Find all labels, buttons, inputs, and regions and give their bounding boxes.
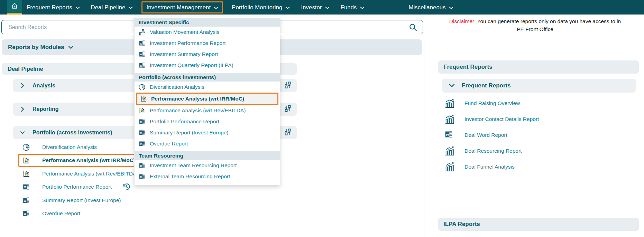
nav-item-label: Portfolio Monitoring <box>232 4 282 11</box>
dropdown-section-header: Investment Specific <box>135 18 280 27</box>
dropdown-menu-item[interactable]: Performance Analysis (wrt IRR/MoC) <box>136 93 278 105</box>
dropdown-menu-item[interactable]: Performance Analysis (wrt Rev/EBITDA) <box>135 105 280 116</box>
scatter-chart-icon <box>21 170 31 178</box>
dropdown-item-label: Performance Analysis (wrt Rev/EBITDA) <box>150 107 246 114</box>
nav-item-investor[interactable]: Investor <box>301 4 329 11</box>
report-link[interactable]: Diversification Analysis <box>42 144 97 150</box>
history-icon[interactable] <box>122 182 131 192</box>
dropdown-item-label: Investment Team Resourcing Report <box>150 162 237 169</box>
excel-icon: x <box>138 140 146 147</box>
waterfall-chart-icon <box>138 28 146 36</box>
report-link[interactable]: Summary Report (Invest Europe) <box>42 197 121 203</box>
report-link[interactable]: Fund Raising Overview <box>464 100 520 106</box>
excel-icon: x <box>138 173 146 180</box>
pie-chart-icon <box>138 83 146 91</box>
report-link[interactable]: Deal Resourcing Report <box>464 148 522 154</box>
scatter-chart-icon <box>138 107 146 114</box>
svg-text:x: x <box>140 120 142 124</box>
nav-item-label: Frequent Reports <box>27 4 72 11</box>
nav-item-miscellaneous[interactable]: Miscellaneous <box>409 4 453 11</box>
nav-item-funds[interactable]: Funds <box>341 4 365 11</box>
nav-item-portfolio-monitoring[interactable]: Portfolio Monitoring <box>232 4 290 11</box>
dropdown-menu-item[interactable]: xInvestment Team Resourcing Report <box>135 160 280 171</box>
chevron-down-icon <box>449 4 453 11</box>
frequent-reports-accordion[interactable]: Frequent Reports <box>442 79 636 93</box>
chevron-down-icon <box>325 4 330 11</box>
disclaimer-label: Disclaimer: <box>449 18 476 24</box>
svg-text:x: x <box>140 175 142 179</box>
swap-vert-icon[interactable] <box>284 104 292 114</box>
chevron-down-icon <box>285 4 290 11</box>
vertical-divider <box>424 38 424 237</box>
svg-text:x: x <box>24 185 26 189</box>
dropdown-item-label: Performance Analysis (wrt IRR/MoC) <box>151 96 244 102</box>
nav-item-investment-management[interactable]: Investment Management <box>141 1 223 13</box>
list-item: xOverdue Report <box>13 207 300 220</box>
dropdown-section-header: Team Resourcing <box>135 151 280 160</box>
dropdown-menu-item[interactable]: xOverdue Report <box>135 138 280 149</box>
dropdown-item-label: Valuation Movement Analysis <box>150 29 219 35</box>
deal-pipeline-label: Deal Pipeline <box>8 66 43 72</box>
excel-icon: x <box>138 118 146 125</box>
nav-item-label: Investment Management <box>146 4 211 11</box>
ilpa-reports-section-header: ILPA Reports <box>438 218 639 231</box>
chevron-down-icon <box>214 4 218 11</box>
chevron-right-icon <box>20 106 25 112</box>
excel-icon: x <box>21 210 31 217</box>
swap-vert-icon[interactable] <box>284 81 292 91</box>
svg-text:x: x <box>140 142 142 146</box>
report-link[interactable]: Investor Contact Details Report <box>464 116 539 122</box>
nav-item-label: Deal Pipeline <box>91 4 126 11</box>
disclaimer-line1: Disclaimer: You can generate reports onl… <box>429 17 641 25</box>
report-link[interactable]: Performance Analysis (wrt Rev/EBITDA) <box>42 171 138 177</box>
excel-icon: x <box>21 197 31 204</box>
list-item: wDeal Word Report <box>442 127 636 143</box>
reports-by-modules-label: Reports by Modules <box>8 44 64 51</box>
dropdown-menu-item[interactable]: Valuation Movement Analysis <box>135 27 280 38</box>
nav-item-frequent-reports[interactable]: Frequent Reports <box>27 4 80 11</box>
home-button[interactable] <box>7 0 22 15</box>
excel-icon: x <box>21 183 31 191</box>
dropdown-item-label: External Team Resourcing Report <box>150 173 230 180</box>
dropdown-menu-item[interactable]: xPortfolio Performance Report <box>135 116 280 127</box>
chevron-down-icon <box>68 44 74 50</box>
report-link[interactable]: Deal Funnel Analysis <box>464 164 515 170</box>
svg-text:x: x <box>140 131 142 135</box>
dropdown-item-label: Diversification Analysis <box>150 84 204 90</box>
svg-text:x: x <box>140 64 142 67</box>
dropdown-menu-item[interactable]: xExternal Team Resourcing Report <box>135 171 280 182</box>
word-icon: w <box>444 130 453 140</box>
dropdown-menu-item[interactable]: xInvestment Quarterly Report (ILPA) <box>135 60 280 71</box>
svg-text:x: x <box>24 212 26 216</box>
dropdown-menu-item[interactable]: wInvestment Summary Report <box>135 49 280 60</box>
report-link[interactable]: Overdue Report <box>42 210 80 217</box>
dropdown-menu-item[interactable]: xInvestment Performance Report <box>135 38 280 49</box>
nav-item-label: Miscellaneous <box>409 4 446 11</box>
dropdown-menu-item[interactable]: xSummary Report (Invest Europe) <box>135 127 280 138</box>
bar-chart-icon <box>444 162 455 173</box>
nav-item-label: Funds <box>341 4 357 11</box>
disclaimer-text: Disclaimer: You can generate reports onl… <box>429 17 641 33</box>
nav-menu: Frequent ReportsDeal PipelineInvestment … <box>22 0 453 15</box>
bar-chart-icon <box>444 114 455 126</box>
ilpa-reports-header-label: ILPA Reports <box>443 221 480 228</box>
search-icon[interactable] <box>408 23 418 34</box>
report-link[interactable]: Portfolio Performance Report <box>42 184 112 190</box>
report-link[interactable]: Performance Analysis (wrt IRR/MoC) <box>42 157 135 163</box>
chevron-down-icon <box>20 131 25 134</box>
frequent-reports-section-header: Frequent Reports <box>438 60 639 74</box>
excel-icon: x <box>138 62 146 69</box>
nav-item-deal-pipeline[interactable]: Deal Pipeline <box>91 4 133 11</box>
list-item: Investor Contact Details Report <box>442 111 636 127</box>
top-nav-bar: Frequent ReportsDeal PipelineInvestment … <box>0 0 644 15</box>
word-icon: w <box>138 51 146 58</box>
excel-icon: x <box>138 40 146 47</box>
report-link[interactable]: Deal Word Report <box>464 132 507 138</box>
list-item: Deal Funnel Analysis <box>442 159 636 175</box>
excel-icon: x <box>138 162 146 169</box>
list-item: Fund Raising Overview <box>442 95 636 111</box>
dropdown-menu-item[interactable]: Diversification Analysis <box>135 82 280 93</box>
swap-vert-icon[interactable] <box>284 128 292 138</box>
frequent-reports-accordion-label: Frequent Reports <box>462 82 511 89</box>
list-item: xSummary Report (Invest Europe) <box>13 194 300 207</box>
